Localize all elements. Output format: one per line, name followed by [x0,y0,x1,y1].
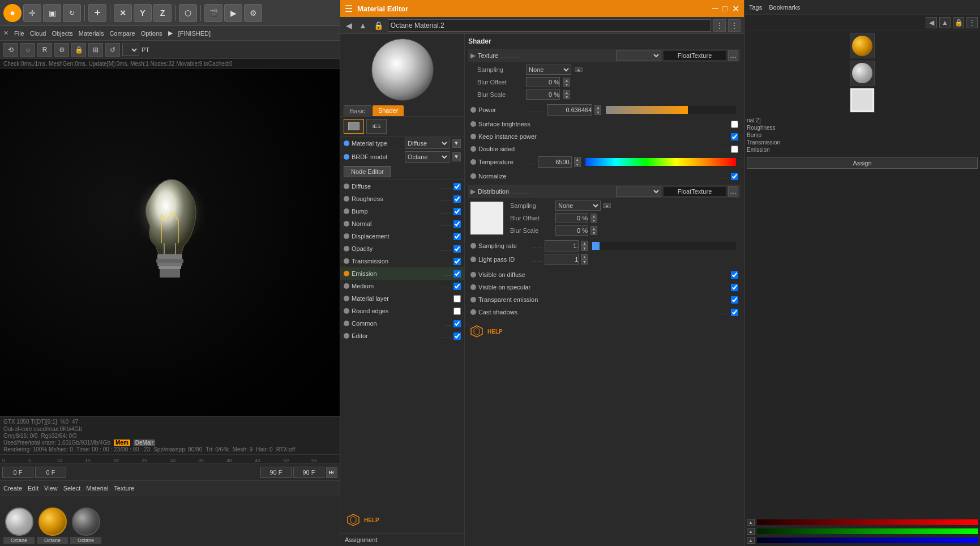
mat-menu-btn[interactable]: ⋮ [713,19,726,32]
toolbar-btn-move[interactable]: ✛ [23,4,41,22]
menu-materials[interactable]: Materials [76,29,106,38]
dist-menu-btn[interactable]: … [728,186,738,197]
power-input[interactable]: 0.636464 [547,104,592,116]
far-right-lock[interactable]: 🔒 [953,17,964,28]
blur-offset-dn[interactable]: ▼ [563,82,570,87]
toolbar-btn-rotate[interactable]: ↻ [63,4,81,22]
prop-check-matlayer[interactable] [453,295,461,302]
toolbar-btn-select[interactable]: ▣ [43,4,61,22]
ds-check[interactable] [731,146,738,153]
nav-lock[interactable]: 🔒 [371,21,386,30]
toolbar-btn-cube[interactable]: ⬡ [179,4,197,22]
far-thumb-sphere1[interactable] [850,33,875,58]
te-dot[interactable] [470,297,476,302]
color-bar-b[interactable] [757,538,978,543]
sec-btn-4[interactable]: ⚙ [54,43,69,57]
dist-blur-offset-input[interactable]: 0 % [555,213,588,223]
prop-dot-bump[interactable] [344,208,349,214]
lp-input[interactable]: 1 [545,254,579,265]
menu-arrow[interactable]: ▶ [166,28,175,38]
vd-dot[interactable] [470,272,476,278]
sec-btn-2[interactable]: ○ [20,43,35,57]
prop-dot-transmission[interactable] [344,258,349,264]
texture-arrow-icon[interactable]: ▶ [470,52,476,59]
lp-up[interactable]: ▲ [581,254,588,259]
dist-sampling-select[interactable]: None [555,201,601,211]
lp-dn[interactable]: ▼ [581,259,588,265]
dist-bs-up[interactable]: ▲ [590,226,597,231]
sb-dot[interactable] [470,121,476,127]
lp-dot[interactable] [470,257,476,262]
brdf-select[interactable]: Octane [405,151,450,163]
tab-shader[interactable]: Shader [373,105,404,116]
frame-current[interactable]: 0 F [35,467,66,478]
prop-check-roundedges[interactable] [453,308,461,315]
mat-type-select[interactable]: Diffuse [405,138,450,149]
temp-input[interactable]: 6500. [538,156,572,168]
prop-check-opacity[interactable] [453,245,461,253]
color-slider-up-g[interactable]: ▲ [747,528,755,535]
sb-check[interactable] [731,121,738,128]
mat-type-dot[interactable] [344,140,349,146]
toolbar-btn-x[interactable]: ✕ [114,4,132,22]
temp-dn[interactable]: ▼ [574,162,581,167]
sr-dot[interactable] [470,243,476,249]
far-right-back[interactable]: ◀ [926,17,937,28]
close-btn[interactable]: ✕ [3,29,8,37]
power-dot[interactable] [470,107,476,113]
toolbar-btn-play[interactable]: ▶ [224,4,242,22]
frame-end[interactable]: 90 F [260,467,292,478]
menu-compare[interactable]: Compare [107,29,137,38]
blur-offset-input[interactable]: 0 % [526,77,560,87]
color-bar-g[interactable] [757,528,978,534]
dist-bs-dn[interactable]: ▼ [590,231,597,235]
color-bar-r[interactable] [757,519,978,525]
toolbar-btn-add[interactable]: + [88,4,106,22]
dist-sampling-arrow[interactable]: ▲ [603,203,611,208]
bl-select[interactable]: Select [63,485,81,492]
prop-check-editor[interactable] [453,332,461,340]
dist-blur-scale-input[interactable]: 0 % [555,225,588,236]
toolbar-btn-y[interactable]: Y [134,4,152,22]
material-thumb-2[interactable]: Octane [70,507,101,544]
sampling-select[interactable]: None [526,65,571,75]
sr-up[interactable]: ▲ [581,241,588,246]
frame-total[interactable]: 90 F [293,467,324,478]
te-check[interactable] [731,296,738,304]
vs-dot[interactable] [470,284,476,290]
mat-dots-btn[interactable]: ⋮ [728,19,741,32]
norm-dot[interactable] [470,173,476,179]
texture-type-select[interactable] [616,50,661,61]
sr-input[interactable]: 1. [545,240,579,251]
bl-material[interactable]: Material [86,485,108,492]
toolbar-btn-clap[interactable]: 🎬 [204,4,222,22]
vd-check[interactable] [731,271,738,279]
prop-dot-matlayer[interactable] [344,296,349,301]
prop-check-bump[interactable] [453,208,461,215]
frame-end-btn[interactable]: ⏭ [326,467,337,478]
prop-dot-opacity[interactable] [344,246,349,251]
ki-check[interactable] [731,133,738,140]
far-right-menu[interactable]: ⋮ [966,17,978,28]
temp-up[interactable]: ▲ [574,157,581,162]
tab-basic[interactable]: Basic [344,105,371,116]
prop-check-displacement[interactable] [453,233,461,240]
ki-dot[interactable] [470,134,476,139]
minimize-btn[interactable]: ─ [712,3,718,14]
hamburger-icon[interactable]: ☰ [345,3,353,14]
frame-start[interactable]: 0 F [2,467,33,478]
prop-check-medium[interactable] [453,283,461,290]
dist-arrow-icon[interactable]: ▶ [470,187,476,195]
close-mat-btn[interactable]: ✕ [732,3,739,14]
color-slider-up-r[interactable]: ▲ [747,519,755,526]
cs-check[interactable] [731,309,738,316]
blur-offset-up[interactable]: ▲ [563,78,570,82]
bl-create[interactable]: Create [3,485,22,492]
prop-dot-common[interactable] [344,321,349,326]
toolbar-btn-z[interactable]: Z [153,4,172,22]
menu-cloud[interactable]: Cloud [28,29,49,38]
brdf-arrow[interactable]: ▼ [452,152,461,161]
brdf-dot[interactable] [344,154,349,160]
sec-btn-5[interactable]: 🔒 [71,43,86,57]
prop-dot-diffuse[interactable] [344,184,349,189]
